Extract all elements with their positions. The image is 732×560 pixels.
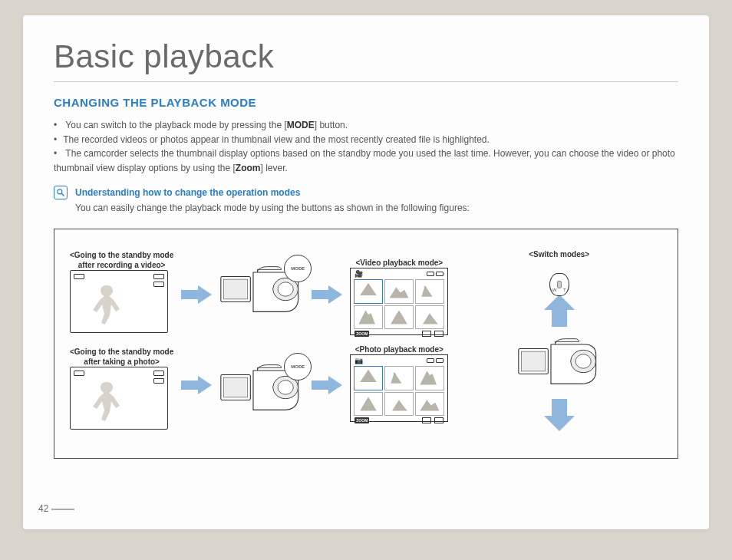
manual-page: Basic playback CHANGING THE PLAYBACK MOD… [23, 15, 709, 529]
photo-icon: 📷 [354, 357, 363, 364]
magnifier-icon [54, 186, 68, 199]
intro-bullets: You can switch to the playback mode by p… [54, 118, 678, 175]
mode-button-callout: MODE [284, 255, 312, 282]
bullet-2: The recorded videos or photos appear in … [54, 133, 678, 147]
nav-icon [434, 417, 443, 423]
card-icon [427, 358, 434, 363]
zoom-badge: ZOOM [354, 331, 369, 337]
section-heading: CHANGING THE PLAYBACK MODE [54, 96, 678, 109]
battery-icon [436, 358, 443, 363]
note-block: Understanding how to change the operatio… [54, 186, 678, 215]
arrow-down-icon [541, 396, 578, 431]
arrow-right-icon [181, 376, 212, 394]
photo-thumbnail-grid: 📷 ZOOM [350, 354, 448, 422]
svg-line-1 [62, 194, 64, 196]
thumb-cell [354, 279, 383, 303]
note-body: You can easily change the playback mode … [75, 201, 470, 215]
arrow-up-icon [541, 295, 578, 330]
icon-hd [153, 282, 164, 287]
thumb-cell [384, 279, 414, 303]
icon-battery [153, 274, 164, 279]
standby-photo-screen [70, 367, 168, 430]
thumb-cell [354, 366, 383, 390]
battery-icon [436, 272, 443, 276]
caption-photo-playback: <Photo playback mode> [350, 344, 448, 354]
icon-battery [153, 371, 164, 376]
thumb-cell [354, 305, 383, 329]
caption-video-playback: <Video playback mode> [350, 258, 448, 268]
video-icon: 🎥 [354, 270, 363, 278]
svg-rect-11 [521, 351, 545, 371]
icon-hand [74, 274, 84, 279]
video-thumbnail-grid: 🎥 ZOOM [350, 268, 448, 335]
diagram-box: <Going to the standby mode after recordi… [54, 229, 678, 459]
zoom-key: Zoom [236, 163, 261, 173]
thumb-cell [415, 305, 444, 329]
svg-rect-7 [224, 378, 248, 398]
caption-standby-video: <Going to the standby mode after recordi… [70, 250, 173, 270]
thumb-cell [415, 392, 444, 416]
page-title: Basic playback [54, 38, 678, 82]
thumb-cell [354, 392, 383, 416]
thumb-cell [415, 279, 444, 303]
zoom-lever-icon: W T [549, 273, 569, 296]
camera-photo: MODE [219, 357, 304, 420]
camera-switch [517, 331, 602, 394]
person-silhouette-icon [84, 378, 130, 424]
arrow-right-icon [312, 285, 342, 304]
note-title: Understanding how to change the operatio… [75, 186, 470, 199]
bullet-1: You can switch to the playback mode by p… [54, 118, 678, 133]
camera-video: MODE [219, 259, 304, 322]
icon-hd [153, 378, 164, 384]
svg-point-13 [575, 354, 591, 368]
switch-modes-diagram: W T [517, 273, 602, 431]
svg-point-5 [278, 282, 293, 296]
svg-point-0 [58, 189, 62, 194]
nav-icon [422, 331, 431, 337]
nav-icon [434, 331, 443, 337]
thumb-cell [384, 305, 414, 329]
caption-standby-photo: <Going to the standby mode after taking … [70, 347, 173, 367]
thumb-cell [384, 366, 414, 390]
nav-icon [422, 417, 431, 423]
mode-key: MODE [287, 120, 315, 130]
svg-rect-3 [224, 280, 248, 300]
thumb-cell [384, 392, 414, 416]
arrow-right-icon [181, 285, 212, 304]
arrow-right-icon [312, 376, 342, 394]
thumb-cell [415, 366, 444, 390]
standby-video-screen [70, 270, 168, 333]
person-silhouette-icon [84, 282, 130, 328]
caption-switch-modes: <Switch modes> [529, 249, 589, 259]
card-icon [427, 272, 434, 276]
page-number: 42 [38, 503, 74, 514]
mode-button-callout: MODE [284, 353, 312, 380]
bullet-3: The camcorder selects the thumbnail disp… [54, 147, 678, 175]
icon-hand [74, 371, 84, 376]
zoom-badge: ZOOM [354, 417, 369, 423]
svg-point-9 [278, 380, 293, 394]
